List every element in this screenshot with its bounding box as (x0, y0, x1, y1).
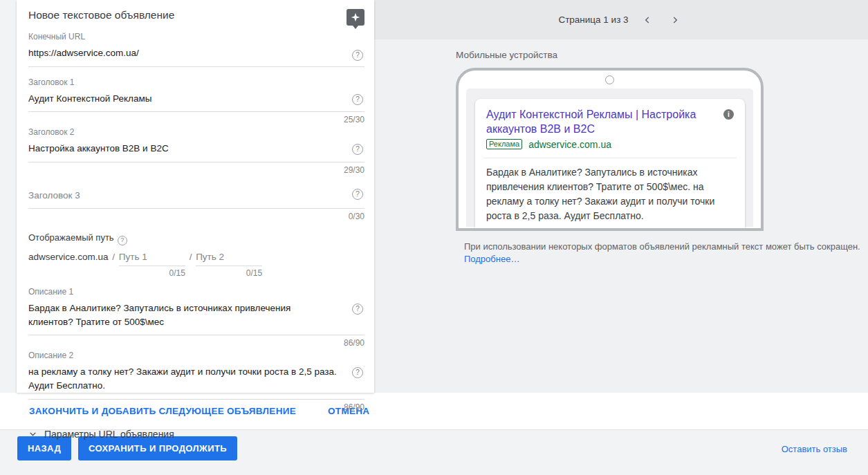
description2-field: Описание 2 на рекламу а толку нет? Закаж… (28, 351, 364, 411)
path2-input[interactable]: Путь 2 0/15 (196, 252, 262, 266)
next-page-button[interactable] (666, 14, 684, 26)
phone-screen: Аудит Контекстной Рекламы | Настройка ак… (466, 89, 753, 227)
headline2-label: Заголовок 2 (28, 127, 364, 137)
headline1-label: Заголовок 1 (28, 77, 364, 87)
ad-divider (483, 158, 737, 158)
display-path-row: adwservice.com.ua / Путь 1 0/15 / Путь 2… (28, 252, 364, 266)
path1-input[interactable]: Путь 1 0/15 (119, 252, 185, 266)
help-icon[interactable]: ? (352, 50, 363, 61)
chevron-down-icon (28, 429, 37, 438)
display-path-base-url: adwservice.com.ua (28, 252, 109, 262)
help-icon[interactable]: ? (352, 94, 363, 105)
learn-more-link[interactable]: Подробнее… (464, 254, 519, 264)
path2-counter: 0/15 (246, 268, 262, 278)
description1-field: Описание 1 Бардак в Аналитике? Запуталис… (28, 287, 364, 348)
tooltip-notch (353, 26, 358, 29)
description2-label: Описание 2 (28, 351, 364, 360)
ad-headline: Аудит Контекстной Рекламы | Настройка ак… (486, 108, 721, 137)
device-type-label: Мобильные устройства (456, 50, 868, 60)
headline2-counter: 29/30 (28, 165, 364, 175)
final-url-input[interactable]: https://adwservice.com.ua/ (28, 46, 364, 67)
truncation-note: При использовании некоторых форматов объ… (464, 241, 868, 265)
headline1-field: Заголовок 1 Аудит Контекстной Рекламы ? … (28, 77, 364, 125)
ad-badge: Реклама (486, 139, 522, 149)
page-title: Новое текстовое объявление (28, 9, 174, 21)
main-row: Новое текстовое объявление Конечный URL … (0, 0, 868, 393)
mobile-phone-mockup: Аудит Контекстной Рекламы | Настройка ак… (456, 68, 764, 231)
ad-editor-card: Новое текстовое объявление Конечный URL … (17, 0, 374, 393)
help-icon[interactable]: ? (352, 189, 363, 200)
description2-counter: 86/90 (28, 402, 364, 412)
display-path-label: Отображаемый путь? (28, 232, 364, 245)
page-indicator: Страница 1 из 3 (558, 15, 628, 25)
final-url-field: Конечный URL https://adwservice.com.ua/ … (28, 32, 364, 67)
ad-display-url: adwservice.com.ua (528, 139, 611, 150)
final-url-label: Конечный URL (28, 32, 364, 41)
description1-input[interactable]: Бардак в Аналитике? Запутались в источни… (28, 301, 364, 335)
preview-body: Мобильные устройства Аудит Контекстной Р… (374, 39, 868, 265)
chevron-left-icon (643, 15, 652, 25)
ad-preview-card: Аудит Контекстной Рекламы | Настройка ак… (475, 99, 745, 231)
path-separator: / (112, 252, 115, 262)
headline2-input[interactable]: Настройка аккаунтов B2B и B2C (28, 142, 364, 162)
help-icon[interactable]: ? (118, 236, 127, 245)
headline1-input[interactable]: Аудит Контекстной Рекламы (28, 92, 364, 113)
leave-feedback-link[interactable]: Оставить отзыв (782, 444, 847, 454)
url-params-expander[interactable]: Параметры URL объявления (28, 429, 364, 452)
path2-placeholder: Путь 2 (196, 252, 224, 262)
preview-pagination: Страница 1 из 3 (374, 0, 868, 39)
path-separator: / (190, 252, 192, 262)
note-text: При использовании некоторых форматов объ… (464, 241, 860, 252)
ad-headline-row: Аудит Контекстной Рекламы | Настройка ак… (486, 108, 734, 137)
card-header: Новое текстовое объявление (28, 0, 364, 26)
path1-placeholder: Путь 1 (119, 252, 147, 262)
headline1-counter: 25/30 (28, 115, 364, 124)
headline3-field: Заголовок 3 ? 0/30 (28, 189, 364, 222)
sparkle-icon (350, 12, 361, 23)
description1-counter: 86/90 (28, 338, 364, 348)
ad-suggestions-icon[interactable] (347, 9, 364, 26)
description1-label: Описание 1 (28, 287, 364, 297)
description2-input[interactable]: на рекламу а толку нет? Закажи аудит и п… (28, 365, 364, 399)
chevron-right-icon (670, 15, 680, 25)
help-icon[interactable]: ? (352, 144, 363, 155)
info-icon: i (723, 109, 734, 120)
headline3-counter: 0/30 (28, 212, 364, 221)
phone-camera-icon (605, 75, 614, 84)
ad-description: Бардак в Аналитике? Запутались в источни… (486, 165, 734, 223)
headline3-input[interactable]: Заголовок 3 (28, 189, 364, 209)
previous-page-button[interactable] (638, 14, 656, 26)
ad-preview-panel: Страница 1 из 3 Мобильные устройства (374, 0, 868, 393)
ad-url-row: Реклама adwservice.com.ua (486, 139, 734, 150)
display-path-field: Отображаемый путь? adwservice.com.ua / П… (28, 232, 364, 266)
url-params-label: Параметры URL объявления (44, 429, 174, 440)
path1-counter: 0/15 (169, 268, 185, 278)
headline2-field: Заголовок 2 Настройка аккаунтов B2B и B2… (28, 127, 364, 175)
